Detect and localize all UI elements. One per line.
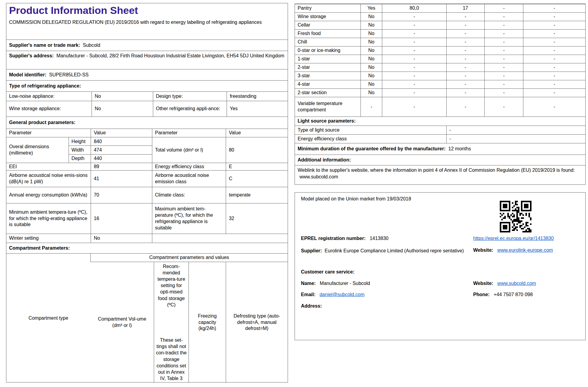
compartment-freezing-cell: - bbox=[484, 80, 523, 88]
compartment-type-cell: 0-star or ice-making bbox=[295, 46, 360, 55]
compartment-present-cell: No bbox=[360, 30, 382, 38]
compartment-row: Cellar No - - - - bbox=[295, 21, 585, 29]
temperature-header-bottom: These set-tings shall not con-tradict th… bbox=[156, 337, 187, 382]
compartment-present-cell: Yes bbox=[360, 4, 382, 12]
light-source-row: Energy efficiency class - bbox=[295, 134, 585, 143]
compartment-present-cell: No bbox=[360, 89, 382, 97]
guarantee-label: Minimum duration of the guarantee offere… bbox=[298, 146, 446, 152]
compartment-row: 2-star No - - - - bbox=[295, 63, 585, 72]
supplier-label: Supplier: bbox=[301, 248, 322, 253]
min-ambient-label-cell: Minimum ambient tempera-ture (ºC), for w… bbox=[6, 203, 91, 234]
product-info-table: Product Information Sheet COMMISSION DEL… bbox=[6, 3, 288, 382]
value-header-cell: Value bbox=[91, 129, 152, 137]
height-label-cell: Height bbox=[69, 137, 91, 146]
compartment-present-cell: No bbox=[360, 21, 382, 29]
compartment-defrost-cell: - bbox=[523, 97, 585, 117]
care-name-value: Manufacturer - Subcold bbox=[320, 281, 370, 286]
qr-code bbox=[495, 196, 536, 237]
compartment-temp-cell: 17 bbox=[446, 4, 484, 12]
compartment-volume-cell: - bbox=[382, 55, 446, 63]
compartment-volume-cell: - bbox=[382, 72, 446, 80]
compartment-temp-cell: - bbox=[446, 21, 484, 29]
compartment-present-cell: No bbox=[360, 72, 382, 80]
compartment-freezing-cell: - bbox=[484, 4, 523, 12]
page-title: Product Information Sheet bbox=[9, 5, 285, 16]
climate-class-label-cell: Climate class: bbox=[152, 187, 226, 203]
model-identifier-row: Model identifier: SUPER85LED-SS bbox=[6, 69, 288, 80]
compartment-present-cell: No bbox=[360, 63, 382, 72]
compartment-row: Wine storage No - - - - bbox=[295, 12, 585, 21]
compartment-type-cell: 2-star bbox=[295, 63, 360, 72]
compartment-freezing-cell: - bbox=[484, 46, 523, 55]
energy-class-label-cell: Energy efficiency class bbox=[152, 163, 226, 170]
compartment-freezing-cell: - bbox=[484, 30, 523, 38]
guarantee-value: 12 months bbox=[448, 146, 471, 152]
compartment-row: 2-star section No - - - - bbox=[295, 88, 585, 97]
additional-info-heading: Additional information: bbox=[295, 155, 585, 165]
noise-label-cell: Airborne acoustical noise emis-sions (dB… bbox=[6, 171, 91, 187]
care-email-label: Email: bbox=[301, 292, 315, 297]
compartment-volume-cell: - bbox=[382, 30, 446, 38]
supplier-website-link[interactable]: www.eurolink-europe.com bbox=[497, 248, 553, 253]
weblink-row: Weblink to the supplier's website, where… bbox=[295, 165, 585, 185]
compartment-defrost-cell: - bbox=[523, 89, 585, 97]
compartment-type-cell: Chill bbox=[295, 38, 360, 46]
compartment-temp-cell: - bbox=[446, 55, 484, 63]
compartment-row: 1-star No - - - - bbox=[295, 55, 585, 63]
annual-energy-label-cell: Annual energy consumption (kWh/a) bbox=[6, 187, 91, 203]
registration-box: Model placed on the Union market from 19… bbox=[295, 192, 586, 340]
regulation-subtitle: COMMISSION DELEGATED REGULATION (EU) 201… bbox=[9, 19, 275, 26]
care-email-link[interactable]: daniel@subcold.com bbox=[319, 292, 364, 297]
compartment-defrost-cell: - bbox=[523, 30, 585, 38]
compartment-defrost-cell: - bbox=[523, 80, 585, 88]
compartment-defrost-cell: - bbox=[523, 72, 585, 80]
compartment-values-table: Pantry Yes 80,0 17 - - Wine storage No -… bbox=[295, 4, 586, 185]
compartment-present-cell: No bbox=[360, 46, 382, 55]
care-name-label: Name: bbox=[301, 281, 316, 286]
compartment-volume-cell: - bbox=[382, 80, 446, 88]
supplier-name-value: Subcold bbox=[83, 42, 100, 49]
light-source-value-cell: - bbox=[446, 126, 585, 134]
model-identifier-label: Model identifier: bbox=[9, 72, 47, 78]
param-header-cell-2: Parameter bbox=[152, 129, 226, 137]
supplier-name-label: Supplier's name or trade mark: bbox=[9, 42, 80, 49]
compartment-volume-cell: - bbox=[382, 38, 446, 46]
compartment-params-header-group: Compartment parameters and values Compar… bbox=[90, 254, 288, 383]
eprel-link[interactable]: https://eprel.ec.europa.eu/qr/1413830 bbox=[473, 236, 554, 241]
energy-class-value-cell: E bbox=[226, 163, 288, 170]
winter-setting-empty-cell bbox=[152, 234, 288, 243]
care-phone-row: Phone: +44 7507 870 098 bbox=[473, 292, 533, 297]
supplier-address-value: Manufacturer - Subcold, 28/2 Firth Road … bbox=[57, 53, 284, 58]
care-website-link[interactable]: www.subcold.com bbox=[497, 281, 536, 286]
compartment-present-cell: No bbox=[360, 38, 382, 46]
compartment-volume-cell: - bbox=[382, 46, 446, 55]
design-type-label-cell: Design type: bbox=[153, 92, 227, 101]
compartment-type-cell: Variable temperature compartment bbox=[295, 97, 360, 117]
general-section-heading: General product parameters: bbox=[6, 117, 288, 129]
eei-label-cell: EEI bbox=[6, 163, 91, 170]
eprel-value: 1413830 bbox=[370, 236, 388, 241]
total-volume-value-cell: 80 bbox=[226, 137, 288, 163]
freezing-header-cell: Freezing capacity (kg/24h) bbox=[189, 262, 226, 383]
supplier-row: Supplier:Eurolink Europe Compliance Limi… bbox=[301, 248, 472, 254]
compartment-present-cell: - bbox=[360, 97, 382, 117]
temperature-header-cell: Recom-mended tempera-ture setting for op… bbox=[154, 262, 189, 383]
total-volume-label-cell: Total volume (dm³ or l) bbox=[152, 137, 226, 163]
compartment-defrost-cell: - bbox=[523, 55, 585, 63]
care-website-label: Website: bbox=[473, 281, 493, 286]
compartment-volume-cell: 80,0 bbox=[382, 4, 446, 12]
compartment-temp-cell: - bbox=[446, 63, 484, 72]
winter-setting-label-cell: Winter setting bbox=[6, 234, 91, 243]
temperature-header-top: Recom-mended tempera-ture setting for op… bbox=[156, 263, 187, 308]
compartment-temp-cell: - bbox=[446, 89, 484, 97]
compartment-type-cell: Fresh food bbox=[295, 30, 360, 38]
weblink-text: Weblink to the supplier's website, where… bbox=[298, 168, 575, 173]
eei-value-cell: 89 bbox=[91, 163, 152, 170]
noise-value-cell: 41 bbox=[91, 171, 152, 187]
value-header-cell-2: Value bbox=[226, 129, 288, 137]
light-source-rows: Type of light source - Energy efficiency… bbox=[295, 126, 585, 143]
compartment-freezing-cell: - bbox=[484, 21, 523, 29]
market-date-text: Model placed on the Union market from 19… bbox=[301, 196, 411, 202]
low-noise-value-cell: No bbox=[92, 92, 153, 101]
light-source-heading-row: Light source parameters: bbox=[295, 117, 585, 126]
